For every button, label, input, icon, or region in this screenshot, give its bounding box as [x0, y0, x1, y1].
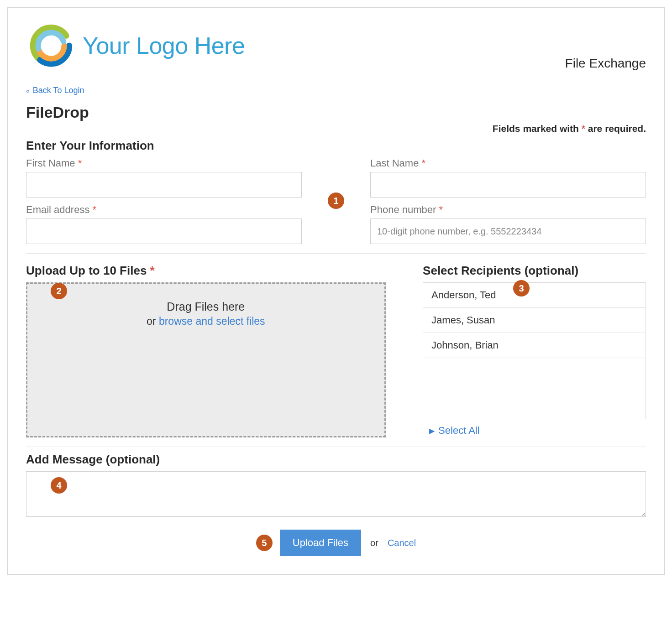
email-input[interactable] — [26, 219, 302, 244]
brand-text: Your Logo Here — [83, 32, 245, 59]
divider — [26, 80, 646, 80]
app-title: File Exchange — [565, 56, 646, 71]
browse-files-link[interactable]: browse and select files — [159, 315, 265, 327]
first-name-input[interactable] — [26, 172, 302, 198]
back-link-label: Back To Login — [33, 86, 84, 95]
callout-badge-1: 1 — [328, 193, 344, 209]
triangle-right-icon: ▶ — [429, 427, 435, 435]
dropzone-drag-text: Drag Files here — [27, 300, 384, 313]
divider — [26, 447, 646, 447]
file-dropzone[interactable]: Drag Files here or browse and select fil… — [26, 282, 386, 437]
page-title: FileDrop — [26, 104, 646, 121]
recipient-item[interactable]: Anderson, Ted — [423, 283, 646, 308]
cancel-link[interactable]: Cancel — [388, 538, 416, 548]
brand-logo: Your Logo Here — [26, 21, 245, 71]
logo-icon — [26, 21, 76, 71]
upload-files-button[interactable]: Upload Files — [280, 530, 361, 556]
divider — [26, 253, 646, 254]
recipients-list: Anderson, Ted James, Susan Johnson, Bria… — [423, 282, 646, 419]
callout-badge-4: 4 — [51, 477, 67, 494]
section-enter-info: Enter Your Information — [26, 139, 646, 153]
last-name-input[interactable] — [370, 172, 646, 198]
required-note: Fields marked with * are required. — [26, 123, 646, 134]
section-message: Add Message (optional) — [26, 453, 646, 467]
recipient-item[interactable]: Johnson, Brian — [423, 333, 646, 358]
section-recipients: Select Recipients (optional) — [423, 264, 646, 278]
email-label: Email address * — [26, 204, 302, 216]
last-name-label: Last Name * — [370, 157, 646, 169]
first-name-label: First Name * — [26, 157, 302, 169]
callout-badge-3: 3 — [513, 280, 530, 297]
phone-input[interactable] — [370, 219, 646, 244]
select-all-link[interactable]: Select All — [438, 425, 480, 437]
or-text: or — [370, 538, 378, 548]
phone-label: Phone number * — [370, 204, 646, 216]
section-upload: Upload Up to 10 Files * — [26, 264, 386, 278]
recipient-item[interactable]: James, Susan — [423, 308, 646, 333]
chevron-left-icon: « — [26, 87, 30, 94]
message-textarea[interactable] — [26, 471, 646, 517]
back-to-login-link[interactable]: « Back To Login — [26, 86, 84, 95]
callout-badge-5: 5 — [256, 535, 273, 551]
callout-badge-2: 2 — [51, 283, 67, 299]
